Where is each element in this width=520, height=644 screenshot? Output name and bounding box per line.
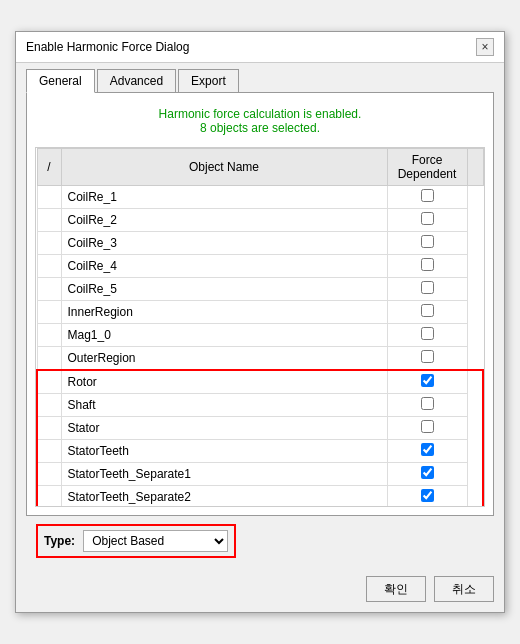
- table-row[interactable]: Shaft: [37, 394, 483, 417]
- row-object-name: CoilRe_4: [61, 255, 387, 278]
- row-checkbox-cell[interactable]: [387, 278, 467, 301]
- row-object-name: Stator: [61, 417, 387, 440]
- row-object-name: Rotor: [61, 370, 387, 394]
- row-checkbox-cell[interactable]: [387, 324, 467, 347]
- row-index: [37, 278, 61, 301]
- table-row[interactable]: Mag1_0: [37, 324, 483, 347]
- row-object-name: CoilRe_1: [61, 186, 387, 209]
- table-row[interactable]: CoilRe_1: [37, 186, 483, 209]
- row-checkbox[interactable]: [421, 189, 434, 202]
- row-checkbox[interactable]: [421, 258, 434, 271]
- table-row[interactable]: CoilRe_5: [37, 278, 483, 301]
- row-index: [37, 255, 61, 278]
- close-button[interactable]: ×: [476, 38, 494, 56]
- row-checkbox-cell[interactable]: [387, 394, 467, 417]
- row-checkbox[interactable]: [421, 212, 434, 225]
- row-index: [37, 186, 61, 209]
- row-checkbox-cell[interactable]: [387, 347, 467, 371]
- row-checkbox-cell[interactable]: [387, 486, 467, 508]
- row-object-name: StatorTeeth_Separate1: [61, 463, 387, 486]
- row-checkbox-cell[interactable]: [387, 463, 467, 486]
- type-select[interactable]: Object BasedGlobal: [83, 530, 228, 552]
- info-banner: Harmonic force calculation is enabled. 8…: [35, 101, 485, 141]
- tab-general[interactable]: General: [26, 69, 95, 93]
- table-row[interactable]: CoilRe_2: [37, 209, 483, 232]
- row-index: [37, 486, 61, 508]
- table-row[interactable]: Stator: [37, 417, 483, 440]
- row-object-name: CoilRe_3: [61, 232, 387, 255]
- footer: 확인 취소: [16, 566, 504, 612]
- row-checkbox-cell[interactable]: [387, 370, 467, 394]
- row-index: [37, 394, 61, 417]
- tab-advanced[interactable]: Advanced: [97, 69, 176, 92]
- type-label: Type:: [44, 534, 75, 548]
- row-checkbox[interactable]: [421, 397, 434, 410]
- row-object-name: InnerRegion: [61, 301, 387, 324]
- row-checkbox[interactable]: [421, 304, 434, 317]
- row-object-name: StatorTeeth: [61, 440, 387, 463]
- row-checkbox-cell[interactable]: [387, 232, 467, 255]
- tab-export[interactable]: Export: [178, 69, 239, 92]
- row-checkbox-cell[interactable]: [387, 255, 467, 278]
- cancel-button[interactable]: 취소: [434, 576, 494, 602]
- table-row[interactable]: Rotor: [37, 370, 483, 394]
- row-index: [37, 417, 61, 440]
- row-index: [37, 370, 61, 394]
- row-object-name: OuterRegion: [61, 347, 387, 371]
- table-row[interactable]: StatorTeeth: [37, 440, 483, 463]
- row-object-name: Shaft: [61, 394, 387, 417]
- row-checkbox[interactable]: [421, 235, 434, 248]
- row-index: [37, 301, 61, 324]
- info-line2: 8 objects are selected.: [41, 121, 479, 135]
- info-line1: Harmonic force calculation is enabled.: [41, 107, 479, 121]
- row-index: [37, 324, 61, 347]
- row-index: [37, 440, 61, 463]
- confirm-button[interactable]: 확인: [366, 576, 426, 602]
- table-row[interactable]: StatorTeeth_Separate2: [37, 486, 483, 508]
- row-object-name: Mag1_0: [61, 324, 387, 347]
- tab-bar: General Advanced Export: [16, 63, 504, 92]
- row-checkbox[interactable]: [421, 374, 434, 387]
- object-table-wrapper: / Object Name Force Dependent CoilRe_1Co…: [35, 147, 485, 507]
- col-scroll-header: [467, 149, 483, 186]
- col-index-header: /: [37, 149, 61, 186]
- col-force-header: Force Dependent: [387, 149, 467, 186]
- row-checkbox[interactable]: [421, 443, 434, 456]
- row-object-name: CoilRe_2: [61, 209, 387, 232]
- row-index: [37, 347, 61, 371]
- row-checkbox[interactable]: [421, 466, 434, 479]
- enable-harmonic-force-dialog: Enable Harmonic Force Dialog × General A…: [15, 31, 505, 613]
- row-object-name: CoilRe_5: [61, 278, 387, 301]
- object-table: / Object Name Force Dependent CoilRe_1Co…: [36, 148, 484, 507]
- title-bar: Enable Harmonic Force Dialog ×: [16, 32, 504, 63]
- table-row[interactable]: CoilRe_4: [37, 255, 483, 278]
- row-index: [37, 209, 61, 232]
- table-row[interactable]: InnerRegion: [37, 301, 483, 324]
- table-row[interactable]: OuterRegion: [37, 347, 483, 371]
- row-checkbox[interactable]: [421, 489, 434, 502]
- row-checkbox-cell[interactable]: [387, 209, 467, 232]
- row-checkbox-cell[interactable]: [387, 301, 467, 324]
- dialog-title: Enable Harmonic Force Dialog: [26, 40, 189, 54]
- table-row[interactable]: CoilRe_3: [37, 232, 483, 255]
- row-object-name: StatorTeeth_Separate2: [61, 486, 387, 508]
- table-row[interactable]: StatorTeeth_Separate1: [37, 463, 483, 486]
- type-row: Type: Object BasedGlobal: [36, 524, 236, 558]
- row-index: [37, 463, 61, 486]
- tab-content: Harmonic force calculation is enabled. 8…: [26, 92, 494, 516]
- row-index: [37, 232, 61, 255]
- row-checkbox[interactable]: [421, 281, 434, 294]
- row-checkbox-cell[interactable]: [387, 417, 467, 440]
- row-checkbox-cell[interactable]: [387, 186, 467, 209]
- row-checkbox[interactable]: [421, 327, 434, 340]
- col-name-header: Object Name: [61, 149, 387, 186]
- row-checkbox-cell[interactable]: [387, 440, 467, 463]
- row-checkbox[interactable]: [421, 420, 434, 433]
- row-checkbox[interactable]: [421, 350, 434, 363]
